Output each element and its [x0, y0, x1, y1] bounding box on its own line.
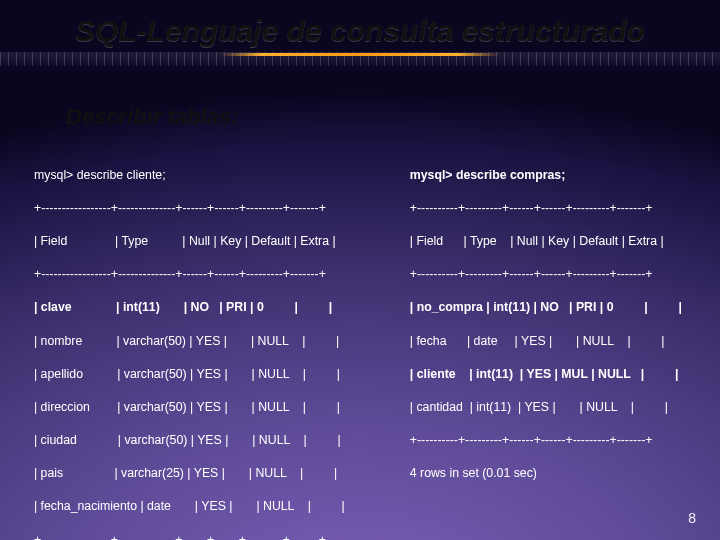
- left-row-0: | clave | int(11) | NO | PRI | 0 | |: [34, 300, 332, 314]
- left-row-5: | pais | varchar(25) | YES | | NULL | |: [34, 466, 337, 480]
- right-footer: 4 rows in set (0.01 sec): [410, 466, 537, 480]
- left-sep-bot: +-----------------+--------------+------…: [34, 533, 326, 540]
- slide-title: SQL-Lenguaje de consulta estructurado: [40, 14, 680, 49]
- right-sep-top: +----------+---------+------+------+----…: [410, 201, 653, 215]
- title-underline: [220, 53, 500, 56]
- left-row-2: | apellido | varchar(50) | YES | | NULL …: [34, 367, 340, 381]
- left-row-1: | nombre | varchar(50) | YES | | NULL | …: [34, 334, 339, 348]
- right-sep-mid: +----------+---------+------+------+----…: [410, 267, 653, 281]
- right-row-3: | cantidad | int(11) | YES | | NULL | |: [410, 400, 668, 414]
- left-sep-top: +-----------------+--------------+------…: [34, 201, 326, 215]
- page-number: 8: [688, 510, 696, 526]
- left-row-3: | direccion | varchar(50) | YES | | NULL…: [34, 400, 340, 414]
- right-sep-bot: +----------+---------+------+------+----…: [410, 433, 653, 447]
- body-columns: mysql> describe cliente; +--------------…: [34, 150, 696, 540]
- left-prompt: mysql> describe cliente;: [34, 168, 166, 182]
- right-row-2: | cliente | int(11) | YES | MUL | NULL |…: [410, 367, 679, 381]
- left-row-6: | fecha_nacimiento | date | YES | | NULL…: [34, 499, 345, 513]
- right-row-0: | no_compra | int(11) | NO | PRI | 0 | |: [410, 300, 682, 314]
- slide-subtitle: Describir tablas:: [66, 104, 238, 130]
- title-area: SQL-Lenguaje de consulta estructurado: [0, 8, 720, 56]
- slide: SQL-Lenguaje de consulta estructurado De…: [0, 0, 720, 540]
- right-prompt: mysql> describe compras;: [410, 168, 566, 182]
- left-row-4: | ciudad | varchar(50) | YES | | NULL | …: [34, 433, 341, 447]
- left-describe-block: mysql> describe cliente; +--------------…: [34, 150, 392, 540]
- right-row-1: | fecha | date | YES | | NULL | |: [410, 334, 665, 348]
- right-describe-block: mysql> describe compras; +----------+---…: [410, 150, 696, 540]
- left-sep-mid: +-----------------+--------------+------…: [34, 267, 326, 281]
- left-header: | Field | Type | Null | Key | Default | …: [34, 234, 336, 248]
- right-header: | Field | Type | Null | Key | Default | …: [410, 234, 664, 248]
